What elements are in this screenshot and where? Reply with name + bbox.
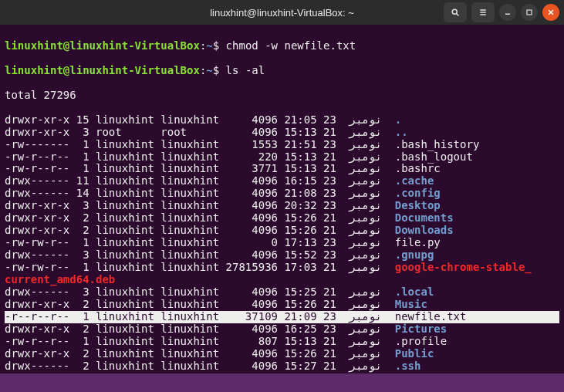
file-name: file.py	[395, 236, 441, 248]
total-line: total 27296	[5, 90, 559, 102]
file-meta: drwxr-xr-x 3 linuxhint linuxhint 4096 20…	[5, 199, 350, 211]
list-item: drwxr-xr-x 2 linuxhint linuxhint 4096 15…	[5, 299, 559, 311]
file-month: نومبر	[350, 347, 382, 360]
file-meta: drwxr-xr-x 2 linuxhint linuxhint 4096 15…	[5, 347, 350, 360]
close-button[interactable]	[542, 4, 559, 21]
list-item-wrap: current_amd64.deb	[5, 274, 559, 286]
svg-rect-6	[527, 10, 532, 15]
file-month: نومبر	[350, 150, 382, 163]
file-meta: drwxr-xr-x 2 linuxhint linuxhint 4096 15…	[5, 211, 350, 224]
file-name: Music	[395, 298, 427, 310]
file-month: نومبر	[350, 286, 382, 298]
list-item: -rw-r--r-- 1 linuxhint linuxhint 220 15:…	[5, 151, 559, 164]
file-month: نومبر	[350, 310, 382, 323]
command-text: ls -al	[226, 64, 265, 76]
file-name: ..	[395, 126, 408, 138]
window-title: linuxhint@linuxhint-VirtualBox: ~	[210, 7, 354, 19]
file-meta: -rw-r--r-- 1 linuxhint linuxhint 807 15:…	[5, 335, 350, 347]
file-meta: drwx------ 3 linuxhint linuxhint 4096 15…	[5, 248, 350, 261]
file-month: نومبر	[350, 248, 382, 261]
minimize-button[interactable]	[499, 4, 516, 21]
list-item: drwx------ 3 linuxhint linuxhint 4096 15…	[5, 249, 559, 262]
prompt-dollar: $	[213, 64, 226, 76]
file-meta: drwxr-xr-x 2 linuxhint linuxhint 4096 16…	[5, 323, 350, 335]
list-item: drwx------ 2 linuxhint linuxhint 4096 15…	[5, 360, 559, 373]
prompt-path: ~	[206, 64, 212, 76]
file-name: Downloads	[395, 224, 454, 236]
file-month: نومبر	[350, 323, 382, 335]
prompt-path: ~	[206, 39, 212, 52]
file-meta: drwxr-xr-x 15 linuxhint linuxhint 4096 2…	[5, 113, 350, 126]
search-icon[interactable]	[444, 2, 467, 22]
maximize-button[interactable]	[521, 4, 538, 21]
file-meta: drwxr-xr-x 2 linuxhint linuxhint 4096 15…	[5, 298, 350, 310]
list-item: drwx------ 14 linuxhint linuxhint 4096 2…	[5, 188, 559, 200]
file-month: نومبر	[350, 199, 382, 211]
list-item: drwxr-xr-x 2 linuxhint linuxhint 4096 16…	[5, 323, 559, 336]
list-item: -r--r--r-- 1 linuxhint linuxhint 37109 2…	[5, 311, 559, 323]
file-month: نومبر	[350, 224, 382, 236]
file-month: نومبر	[350, 236, 382, 248]
file-meta: -r--r--r-- 1 linuxhint linuxhint 37109 2…	[5, 310, 350, 323]
window-titlebar: linuxhint@linuxhint-VirtualBox: ~	[0, 0, 564, 25]
file-meta: -rw-rw-r-- 1 linuxhint linuxhint 2781593…	[5, 261, 350, 273]
command-text: chmod -w newfile.txt	[226, 39, 356, 52]
file-name: newfile.txt	[395, 310, 467, 323]
prompt-line: linuxhint@linuxhint-VirtualBox:~$ chmod …	[5, 40, 559, 52]
file-meta: -rw------- 1 linuxhint linuxhint 1553 21…	[5, 138, 350, 150]
list-item: -rw-rw-r-- 1 linuxhint linuxhint 2781593…	[5, 262, 559, 274]
file-name: Pictures	[395, 323, 447, 335]
list-item: drwxr-xr-x 2 linuxhint linuxhint 4096 15…	[5, 225, 559, 237]
prompt-user-host: linuxhint@linuxhint-VirtualBox	[5, 64, 200, 76]
file-name: google-chrome-stable_	[395, 261, 532, 273]
desktop-strip	[0, 373, 564, 392]
list-item: drwxr-xr-x 3 linuxhint linuxhint 4096 20…	[5, 200, 559, 212]
file-meta: -rw-rw-r-- 1 linuxhint linuxhint 0 17:13…	[5, 236, 350, 248]
file-month: نومبر	[350, 298, 382, 310]
file-meta: drwx------ 3 linuxhint linuxhint 4096 15…	[5, 286, 350, 298]
terminal-output[interactable]: linuxhint@linuxhint-VirtualBox:~$ chmod …	[0, 25, 564, 390]
file-month: نومبر	[350, 113, 382, 126]
file-name: .cache	[395, 174, 434, 187]
file-meta: drwx------ 2 linuxhint linuxhint 4096 15…	[5, 360, 350, 372]
file-month: نومبر	[350, 138, 382, 150]
file-name: .config	[395, 187, 441, 199]
file-meta: drwx------ 14 linuxhint linuxhint 4096 2…	[5, 187, 350, 199]
file-name: .bashrc	[395, 162, 441, 174]
file-meta: drwxr-xr-x 3 root root 4096 15:13 21	[5, 126, 350, 138]
file-month: نومبر	[350, 360, 382, 372]
prompt-user-host: linuxhint@linuxhint-VirtualBox	[5, 39, 200, 52]
file-meta: -rw-r--r-- 1 linuxhint linuxhint 3771 15…	[5, 162, 350, 174]
file-month: نومبر	[350, 261, 382, 273]
list-item: drwxr-xr-x 2 linuxhint linuxhint 4096 15…	[5, 212, 559, 225]
list-item: drwxr-xr-x 15 linuxhint linuxhint 4096 2…	[5, 114, 559, 127]
prompt-line: linuxhint@linuxhint-VirtualBox:~$ ls -al	[5, 65, 559, 77]
file-name: Documents	[395, 211, 454, 224]
list-item: -rw-r--r-- 1 linuxhint linuxhint 3771 15…	[5, 163, 559, 175]
list-item: drwxr-xr-x 2 linuxhint linuxhint 4096 15…	[5, 348, 559, 360]
file-month: نومبر	[350, 335, 382, 347]
file-name: Public	[395, 347, 434, 360]
hamburger-icon[interactable]	[471, 2, 495, 22]
list-item: -rw-rw-r-- 1 linuxhint linuxhint 0 17:13…	[5, 237, 559, 249]
file-name: .bash_history	[395, 138, 480, 150]
file-name: .	[395, 113, 401, 126]
file-name: .ssh	[395, 360, 421, 372]
file-name: .gnupg	[395, 248, 434, 261]
list-item: drwx------ 11 linuxhint linuxhint 4096 1…	[5, 175, 559, 188]
svg-point-0	[452, 9, 457, 14]
prompt-dollar: $	[213, 39, 226, 52]
file-month: نومبر	[350, 211, 382, 224]
file-meta: drwxr-xr-x 2 linuxhint linuxhint 4096 15…	[5, 224, 350, 236]
file-listing: drwxr-xr-x 15 linuxhint linuxhint 4096 2…	[5, 114, 559, 373]
file-month: نومبر	[350, 187, 382, 199]
file-meta: -rw-r--r-- 1 linuxhint linuxhint 220 15:…	[5, 150, 350, 163]
file-month: نومبر	[350, 174, 382, 187]
list-item: drwx------ 3 linuxhint linuxhint 4096 15…	[5, 286, 559, 299]
svg-line-1	[457, 14, 459, 16]
file-name: .local	[395, 286, 434, 298]
file-month: نومبر	[350, 126, 382, 138]
list-item: -rw------- 1 linuxhint linuxhint 1553 21…	[5, 139, 559, 151]
file-name: Desktop	[395, 199, 441, 211]
file-meta: drwx------ 11 linuxhint linuxhint 4096 1…	[5, 174, 350, 187]
